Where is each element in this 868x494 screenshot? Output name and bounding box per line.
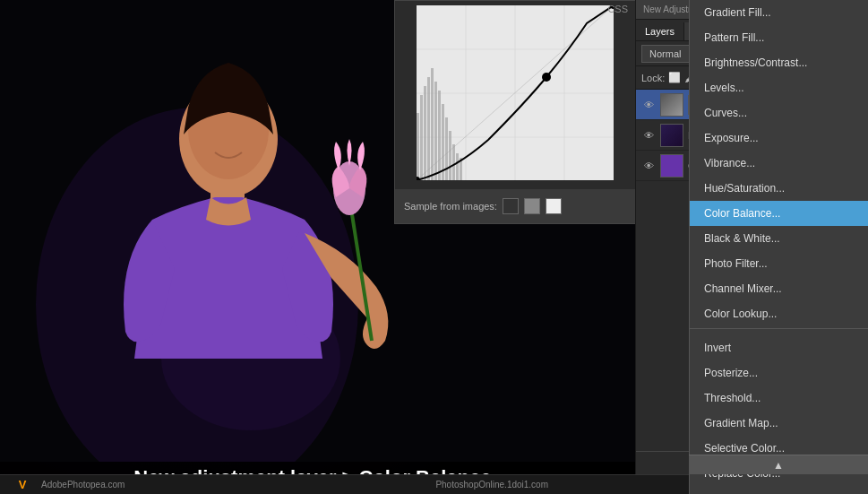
menu-item-5[interactable]: Exposure...: [690, 126, 868, 151]
svg-rect-23: [442, 104, 444, 180]
mid-swatch[interactable]: [524, 198, 540, 214]
menu-items-container: Gradient Fill...Pattern Fill...Brightnes…: [690, 0, 868, 486]
svg-rect-19: [427, 77, 430, 180]
svg-rect-18: [424, 86, 426, 180]
menu-scroll-btn[interactable]: ▲: [689, 455, 868, 474]
svg-rect-26: [452, 144, 455, 180]
app-logo: V: [9, 475, 36, 495]
svg-rect-17: [420, 95, 423, 180]
menu-item-10[interactable]: Photo Filter...: [690, 251, 868, 276]
menu-item-11[interactable]: Channel Mixer...: [690, 276, 868, 301]
menu-item-0[interactable]: Gradient Fill...: [690, 0, 868, 25]
curves-canvas[interactable]: [417, 5, 614, 180]
svg-rect-22: [438, 91, 441, 180]
menu-separator-13: [690, 328, 868, 335]
css-label: CSS: [607, 4, 628, 14]
menu-item-14[interactable]: Posterize...: [690, 360, 868, 386]
menu-item-15[interactable]: Threshold...: [690, 386, 868, 411]
sample-label: Sample from images:: [404, 201, 497, 212]
menu-item-9[interactable]: Black & White...: [690, 226, 868, 251]
sample-bar: Sample from images:: [395, 189, 635, 223]
photo-area: Sample from images: New adjustment layer…: [0, 0, 636, 494]
light-swatch[interactable]: [546, 198, 562, 214]
svg-rect-20: [431, 68, 434, 180]
bottom-url: PhotoshopOnline.1doi1.com: [435, 480, 548, 490]
menu-item-12[interactable]: Color Lookup...: [690, 301, 868, 326]
layer-thumb-photo: [660, 124, 683, 147]
layer-thumb-curves: [660, 93, 683, 117]
menu-item-7[interactable]: Hue/Saturation...: [690, 176, 868, 201]
eye-icon-colorbal[interactable]: 👁: [641, 159, 656, 173]
eye-icon-curves[interactable]: 👁: [641, 98, 656, 112]
layer-thumb-colorbal: [660, 154, 683, 178]
bottom-app-name: AdobePhotopea.com: [41, 480, 125, 490]
menu-item-2[interactable]: Brightness/Contrast...: [690, 50, 868, 75]
menu-item-13[interactable]: Invert: [690, 335, 868, 360]
curves-svg: [417, 5, 614, 180]
menu-item-16[interactable]: Gradient Map...: [690, 411, 868, 436]
svg-rect-25: [449, 131, 451, 180]
curves-panel: Sample from images:: [394, 0, 636, 224]
lock-pixel-icon[interactable]: ⬜: [668, 72, 681, 83]
svg-rect-16: [417, 113, 419, 180]
menu-item-4[interactable]: Curves...: [690, 100, 868, 126]
svg-rect-21: [434, 82, 437, 180]
svg-rect-27: [456, 153, 459, 180]
menu-item-8[interactable]: Color Balance...: [690, 201, 868, 226]
menu-item-3[interactable]: Levels...: [690, 75, 868, 100]
tab-layers[interactable]: Layers: [636, 22, 684, 40]
bottom-left: V AdobePhotopea.com: [9, 475, 125, 495]
dropdown-menu: Gradient Fill...Pattern Fill...Brightnes…: [689, 0, 868, 494]
svg-point-29: [542, 73, 551, 82]
svg-rect-24: [445, 117, 448, 180]
eye-icon-photo[interactable]: 👁: [641, 128, 656, 143]
menu-item-6[interactable]: Vibrance...: [690, 151, 868, 176]
dark-swatch[interactable]: [503, 198, 519, 214]
menu-item-1[interactable]: Pattern Fill...: [690, 25, 868, 50]
